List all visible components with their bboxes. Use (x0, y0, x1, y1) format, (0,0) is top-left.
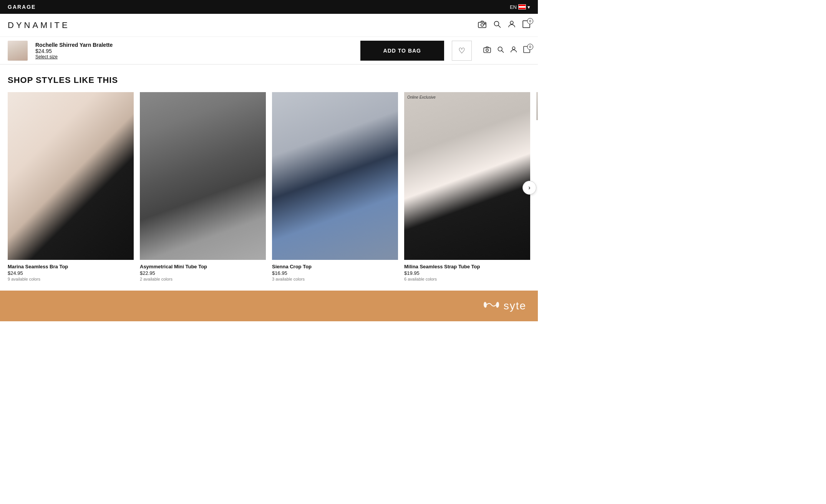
sticky-product-info: Rochelle Shirred Yarn Bralette $24.95 Se… (35, 42, 353, 59)
product-name-3: Sienna Crop Top (272, 264, 398, 269)
product-colors-1: 9 available colors (8, 277, 134, 281)
product-info-3: Sienna Crop Top $16.95 3 available color… (272, 260, 398, 283)
svg-point-1 (481, 24, 484, 26)
syte-footer: syte (0, 291, 538, 321)
products-grid: Marina Seamless Bra Top $24.95 9 availab… (0, 92, 538, 283)
select-size-link[interactable]: Select size (35, 54, 353, 59)
language-selector[interactable]: EN ▾ (510, 4, 530, 10)
lang-dropdown-icon: ▾ (527, 4, 530, 10)
product-image-2 (140, 92, 266, 260)
sticky-cart-count: 0 (527, 44, 533, 50)
product-image-5 (536, 92, 538, 120)
product-image-1 (8, 92, 134, 260)
product-card-2[interactable]: Asymmetrical Mini Tube Top $22.95 2 avai… (140, 92, 266, 283)
product-name-1: Marina Seamless Bra Top (8, 264, 134, 269)
syte-logo: syte (482, 299, 526, 314)
canada-flag-icon (518, 4, 526, 10)
sticky-product-name: Rochelle Shirred Yarn Bralette (35, 42, 353, 48)
sticky-product-price: $24.95 (35, 48, 353, 54)
sticky-product-bar: Rochelle Shirred Yarn Bralette $24.95 Se… (0, 37, 538, 64)
products-container: Marina Seamless Bra Top $24.95 9 availab… (0, 92, 538, 283)
sticky-search-icon[interactable] (497, 46, 504, 55)
product-colors-2: 2 available colors (140, 277, 266, 281)
online-exclusive-badge: Online Exclusive (407, 95, 436, 99)
dynamite-logo[interactable]: DYNAMITE (8, 20, 70, 30)
sticky-camera-icon[interactable] (483, 46, 491, 55)
product-name-4: Milina Seamless Strap Tube Top (404, 264, 530, 269)
sticky-account-icon[interactable] (510, 46, 517, 55)
product-price-2: $22.95 (140, 270, 266, 276)
product-colors-4: 6 available colors (404, 277, 530, 281)
product-price-4: $19.95 (404, 270, 530, 276)
add-to-bag-button[interactable]: ADD TO BAG (360, 41, 444, 61)
svg-rect-2 (484, 23, 485, 24)
garage-logo: GARAGE (8, 4, 36, 10)
product-image-4: Online Exclusive (404, 92, 530, 260)
sticky-product-image (8, 41, 28, 61)
cart-count: 0 (527, 18, 533, 24)
syte-text: syte (504, 300, 526, 312)
heart-icon: ♡ (458, 46, 465, 55)
syte-icon (482, 299, 501, 314)
svg-rect-7 (484, 48, 491, 53)
next-arrow-button[interactable]: › (522, 181, 536, 195)
product-card-3[interactable]: Sienna Crop Top $16.95 3 available color… (272, 92, 398, 283)
svg-rect-0 (478, 22, 486, 28)
wishlist-button[interactable]: ♡ (452, 41, 472, 61)
product-info-2: Asymmetrical Mini Tube Top $22.95 2 avai… (140, 260, 266, 283)
svg-point-5 (510, 21, 513, 24)
product-colors-3: 3 available colors (272, 277, 398, 281)
product-info-1: Marina Seamless Bra Top $24.95 9 availab… (8, 260, 134, 283)
svg-line-4 (498, 25, 501, 28)
svg-point-9 (498, 47, 502, 51)
product-name-2: Asymmetrical Mini Tube Top (140, 264, 266, 269)
nav-icons-group: 0 (478, 20, 530, 30)
product-card-1[interactable]: Marina Seamless Bra Top $24.95 9 availab… (8, 92, 134, 283)
sticky-cart-icon[interactable]: 0 (523, 46, 530, 55)
shop-styles-title: SHOP STYLES LIKE THIS (0, 64, 538, 92)
main-navigation: DYNAMITE 0 (0, 14, 538, 37)
top-bar: GARAGE EN ▾ (0, 0, 538, 14)
lang-code: EN (510, 4, 517, 10)
svg-line-10 (502, 51, 504, 53)
cart-icon[interactable]: 0 (522, 20, 530, 30)
product-image-3 (272, 92, 398, 260)
svg-point-3 (494, 21, 499, 26)
sticky-nav-icons: 0 (483, 46, 530, 55)
product-info-4: Milina Seamless Strap Tube Top $19.95 6 … (404, 260, 530, 283)
chevron-right-icon: › (528, 184, 530, 191)
svg-point-8 (486, 49, 488, 51)
product-card-5-partial[interactable] (536, 92, 538, 283)
account-icon[interactable] (508, 20, 516, 30)
product-price-3: $16.95 (272, 270, 398, 276)
camera-icon[interactable] (478, 20, 486, 30)
svg-point-11 (512, 47, 515, 50)
search-icon[interactable] (493, 20, 501, 30)
product-price-1: $24.95 (8, 270, 134, 276)
product-card-4[interactable]: Online Exclusive Milina Seamless Strap T… (404, 92, 530, 283)
